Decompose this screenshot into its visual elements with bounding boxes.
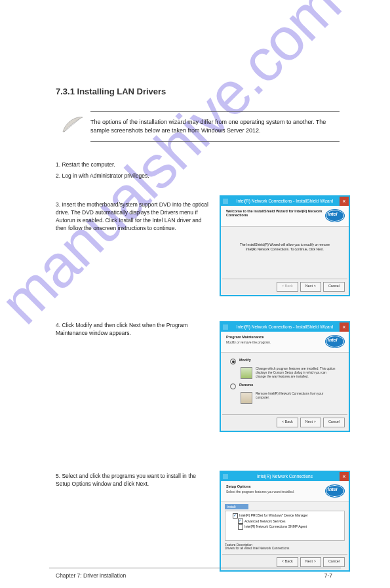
titlebar: Intel(R) Network Connections - InstallSh… — [221, 323, 349, 332]
intel-logo-icon — [325, 484, 345, 498]
intel-logo-icon — [325, 335, 345, 348]
titlebar-text: Intel(R) Network Connections — [257, 474, 313, 479]
step-5: 5. Select and click the programs you wan… — [56, 472, 210, 488]
note-text: The options of the installation wizard m… — [90, 118, 333, 135]
back-button[interactable]: < Back — [277, 418, 298, 427]
dialog-footer: < Back Next > Cancel — [222, 279, 347, 294]
section-heading: 7.3.1 Installing LAN Drivers — [56, 87, 166, 96]
intel-logo-icon — [325, 209, 345, 222]
divider — [90, 141, 340, 142]
next-button[interactable]: Next > — [300, 418, 321, 427]
dialog-body: The InstallShield(R) Wizard will allow y… — [221, 227, 349, 256]
titlebar: Intel(R) Network Connections × — [221, 472, 349, 481]
dialog-header: Welcome to the InstallShield Wizard for … — [221, 206, 349, 227]
dialog-header: Program Maintenance Modify or remove the… — [221, 332, 349, 353]
setup-options-dialog: Intel(R) Network Connections × Setup Opt… — [220, 471, 350, 572]
radio-modify[interactable] — [230, 359, 236, 364]
modify-desc: Change which program features are instal… — [256, 367, 338, 379]
feature-tree[interactable]: Intel(R) PROSet for Windows* Device Mana… — [225, 511, 345, 541]
back-button[interactable]: < Back — [277, 557, 298, 567]
sys-icon — [223, 474, 228, 479]
step-1: 1. Restart the computer. — [56, 161, 210, 168]
radio-remove-label: Remove — [239, 383, 253, 387]
feature-desc-text: Drivers for all wired Intel Network Conn… — [225, 547, 345, 550]
tree-item: Intel(R) PROSet for Windows* Device Mana… — [239, 513, 308, 517]
step-2: 2. Log in with Administrator privileges. — [56, 172, 210, 180]
close-icon[interactable]: × — [340, 197, 349, 206]
cancel-button[interactable]: Cancel — [323, 418, 345, 427]
remove-icon — [241, 392, 252, 404]
next-button[interactable]: Next > — [300, 282, 321, 292]
wizard-welcome-dialog: Intel(R) Network Connections - InstallSh… — [220, 195, 350, 296]
checkbox-icon[interactable] — [238, 524, 243, 530]
dialog-header: Setup Options Select the program feature… — [221, 481, 349, 502]
divider — [90, 111, 340, 112]
next-button[interactable]: Next > — [300, 557, 321, 567]
sys-icon — [223, 199, 228, 204]
radio-modify-label: Modify — [239, 358, 251, 362]
program-maintenance-dialog: Intel(R) Network Connections - InstallSh… — [220, 321, 350, 432]
body-text: The InstallShield(R) Wizard will allow y… — [239, 243, 331, 252]
note-feather-icon — [60, 115, 85, 137]
install-label: Install: — [225, 504, 248, 509]
modify-icon — [241, 367, 252, 379]
close-icon[interactable]: × — [340, 323, 349, 332]
page-number: 7-7 — [324, 572, 332, 579]
tree-item: Advanced Network Services — [244, 519, 286, 523]
dialog-body: Modify Change which program features are… — [221, 353, 349, 409]
dialog-footer: < Back Next > Cancel — [222, 554, 347, 569]
checkbox-icon[interactable] — [238, 519, 243, 524]
footer-divider — [49, 568, 341, 568]
remove-desc: Remove Intel(R) Network Connections from… — [256, 392, 338, 400]
dialog-body: Install: Intel(R) PROSet for Windows* De… — [221, 502, 349, 552]
dialog-footer: < Back Next > Cancel — [222, 414, 347, 429]
back-button: < Back — [277, 282, 298, 292]
titlebar-text: Intel(R) Network Connections - InstallSh… — [237, 199, 334, 203]
step-4: 4. Click Modify and then click Next when… — [56, 321, 210, 337]
radio-remove[interactable] — [230, 383, 236, 389]
titlebar: Intel(R) Network Connections - InstallSh… — [221, 197, 349, 206]
close-icon[interactable]: × — [340, 472, 349, 481]
checkbox-icon[interactable] — [233, 513, 238, 519]
cancel-button[interactable]: Cancel — [323, 557, 345, 567]
step-3: 3. Insert the motherboard/system support… — [56, 201, 210, 232]
cancel-button[interactable]: Cancel — [323, 282, 345, 292]
sys-icon — [223, 324, 228, 330]
chapter-label: Chapter 7: Driver installation — [56, 572, 126, 579]
titlebar-text: Intel(R) Network Connections - InstallSh… — [237, 324, 334, 329]
tree-item: Intel(R) Network Connections SNMP Agent — [244, 524, 307, 528]
